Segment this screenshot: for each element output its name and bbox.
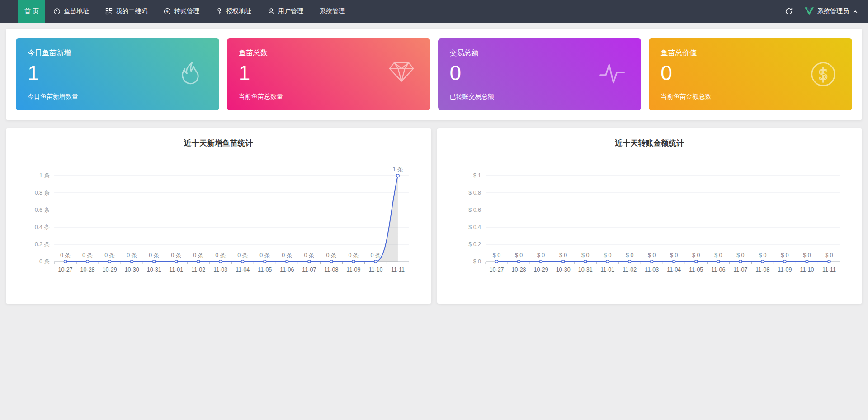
svg-text:$ 0.6: $ 0.6: [468, 207, 481, 214]
svg-text:$ 0: $ 0: [803, 252, 811, 258]
svg-text:$ 0: $ 0: [492, 252, 500, 258]
svg-text:10-30: 10-30: [556, 267, 570, 273]
card-title: 交易总额: [450, 48, 630, 58]
svg-text:$ 0: $ 0: [604, 252, 611, 258]
nav-item-fish-address[interactable]: 鱼苗地址: [45, 0, 97, 23]
svg-text:10-27: 10-27: [58, 267, 73, 273]
svg-text:11-08: 11-08: [324, 267, 338, 273]
svg-text:10-31: 10-31: [147, 267, 161, 273]
nav-item-transfer-management[interactable]: ¥ 转账管理: [156, 0, 208, 23]
svg-text:0 条: 0 条: [304, 252, 314, 258]
svg-text:10-29: 10-29: [103, 267, 117, 273]
charts-row: 近十天新增鱼苗统计 0 条0.2 条0.4 条0.6 条0.8 条1 条10-2…: [6, 128, 862, 304]
svg-text:0 条: 0 条: [348, 252, 359, 258]
card-subtitle: 今日鱼苗新增数量: [28, 93, 208, 101]
nav-item-label: 鱼苗地址: [64, 7, 89, 15]
svg-text:11-06: 11-06: [280, 267, 294, 273]
card-title: 今日鱼苗新增: [28, 48, 208, 58]
svg-text:10-28: 10-28: [80, 267, 95, 273]
svg-text:0 条: 0 条: [82, 252, 93, 258]
svg-text:11-11: 11-11: [391, 267, 405, 273]
refresh-icon[interactable]: [785, 7, 793, 15]
svg-text:$ 0: $ 0: [581, 252, 589, 258]
svg-text:0 条: 0 条: [326, 252, 336, 258]
svg-text:11-04: 11-04: [236, 267, 250, 273]
svg-text:11-03: 11-03: [213, 267, 227, 273]
svg-text:0 条: 0 条: [237, 252, 248, 258]
svg-text:$ 0: $ 0: [473, 259, 481, 265]
admin-name: 系统管理员: [817, 7, 849, 15]
svg-text:10-28: 10-28: [511, 267, 526, 273]
svg-text:0 条: 0 条: [149, 252, 159, 258]
svg-text:$ 0: $ 0: [626, 252, 633, 258]
svg-text:11-02: 11-02: [623, 267, 637, 273]
svg-text:11-08: 11-08: [755, 267, 769, 273]
nav-item-label: 授权地址: [226, 7, 251, 15]
card-subtitle: 已转账交易总额: [450, 93, 630, 101]
svg-text:$ 0: $ 0: [825, 252, 833, 258]
svg-text:$ 0: $ 0: [714, 252, 722, 258]
svg-text:11-09: 11-09: [346, 267, 360, 273]
svg-text:0 条: 0 条: [282, 252, 292, 258]
dollar-circle-icon: $: [810, 61, 837, 88]
svg-text:0 条: 0 条: [39, 259, 50, 265]
chart-canvas-transfer-amount: $ 0$ 0.2$ 0.4$ 0.6$ 0.8$ 110-2710-2810-2…: [437, 128, 863, 304]
svg-text:11-05: 11-05: [689, 267, 703, 273]
svg-text:0 条: 0 条: [171, 252, 181, 258]
user-icon: [268, 8, 275, 15]
svg-text:11-07: 11-07: [733, 267, 747, 273]
card-subtitle: 当前鱼苗金额总数: [660, 93, 840, 101]
chart-canvas-new-fish: 0 条0.2 条0.4 条0.6 条0.8 条1 条10-2710-2810-2…: [6, 128, 431, 304]
vue-logo-icon: [805, 7, 814, 15]
nav-item-label: 我的二维码: [116, 7, 147, 15]
chevron-up-icon: [853, 9, 858, 14]
chart-title: 近十天转账金额统计: [437, 138, 863, 148]
nav-item-system-management[interactable]: 系统管理: [311, 0, 353, 23]
key-icon: [216, 8, 223, 15]
nav-item-my-qrcode[interactable]: 我的二维码: [97, 0, 156, 23]
svg-text:11-05: 11-05: [258, 267, 272, 273]
stat-cards-panel: 今日鱼苗新增 1 今日鱼苗新增数量 鱼苗总数 1 当前鱼苗总数量 交易总额 0 …: [6, 29, 862, 120]
svg-text:11-02: 11-02: [191, 267, 205, 273]
nav-item-authorized-address[interactable]: 授权地址: [208, 0, 259, 23]
svg-text:0.6 条: 0.6 条: [35, 207, 50, 214]
svg-text:$ 0.8: $ 0.8: [468, 190, 481, 196]
nav-item-home[interactable]: 首 页: [18, 0, 45, 23]
svg-text:$ 0: $ 0: [759, 252, 766, 258]
svg-text:0 条: 0 条: [127, 252, 137, 258]
nav-item-label: 系统管理: [320, 7, 345, 15]
svg-text:$ 0: $ 0: [648, 252, 656, 258]
svg-text:10-30: 10-30: [125, 267, 139, 273]
chart-panel-transfer-amount: 近十天转账金额统计 $ 0$ 0.2$ 0.4$ 0.6$ 0.8$ 110-2…: [437, 128, 863, 304]
svg-text:10-31: 10-31: [578, 267, 592, 273]
svg-text:11-09: 11-09: [778, 267, 792, 273]
svg-text:11-10: 11-10: [368, 267, 382, 273]
svg-text:$ 0: $ 0: [670, 252, 678, 258]
svg-text:11-01: 11-01: [600, 267, 614, 273]
svg-text:$ 0: $ 0: [781, 252, 788, 258]
svg-text:0 条: 0 条: [259, 252, 270, 258]
svg-text:¥: ¥: [166, 9, 169, 14]
nav-item-user-management[interactable]: 用户管理: [259, 0, 311, 23]
svg-text:10-29: 10-29: [533, 267, 548, 273]
stat-card-total-transactions: 交易总额 0 已转账交易总额: [438, 38, 642, 110]
svg-text:11-06: 11-06: [711, 267, 725, 273]
svg-text:0 条: 0 条: [370, 252, 381, 258]
svg-text:$ 0.4: $ 0.4: [468, 224, 481, 231]
svg-text:11-11: 11-11: [822, 267, 835, 273]
pulse-icon: [599, 61, 626, 88]
card-title: 鱼苗总价值: [660, 48, 840, 58]
svg-text:0 条: 0 条: [215, 252, 226, 258]
svg-text:$ 0: $ 0: [736, 252, 744, 258]
admin-dropdown[interactable]: 系统管理员: [805, 7, 858, 15]
chart-title: 近十天新增鱼苗统计: [6, 138, 431, 148]
flame-icon: [177, 61, 204, 88]
nav-item-label: 转账管理: [174, 7, 199, 15]
svg-text:$ 0: $ 0: [692, 252, 700, 258]
chart-panel-new-fish: 近十天新增鱼苗统计 0 条0.2 条0.4 条0.6 条0.8 条1 条10-2…: [6, 128, 431, 304]
card-title: 鱼苗总数: [239, 48, 419, 58]
svg-text:$ 1: $ 1: [473, 173, 481, 179]
svg-text:0 条: 0 条: [60, 252, 71, 258]
svg-text:11-01: 11-01: [169, 267, 183, 273]
yen-circle-icon: ¥: [164, 8, 171, 15]
